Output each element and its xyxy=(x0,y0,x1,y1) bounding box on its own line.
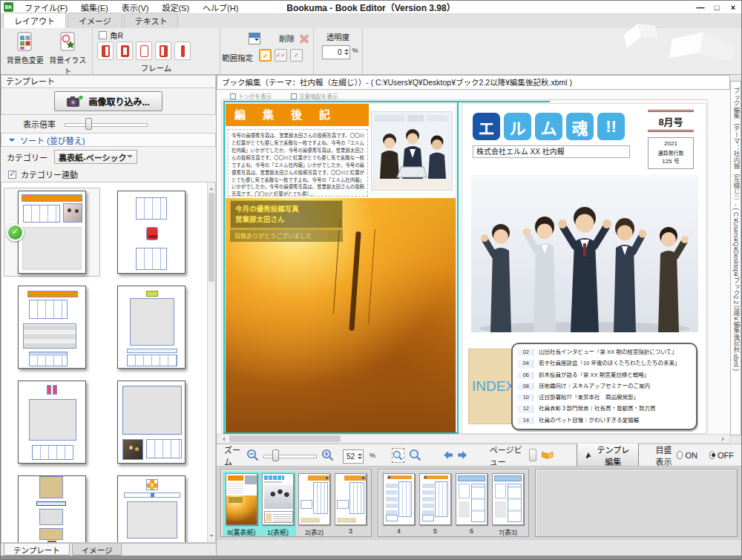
template-thumbnail[interactable] xyxy=(4,283,99,371)
ruler-label: 目盛表示 xyxy=(656,444,674,467)
range-mode-1-toggle[interactable]: ✓ xyxy=(259,49,272,62)
book-canvas[interactable]: トンボを表示注意喚起を表示 編 集 後 記 今号の最優秀写真は、営業部太田さんの… xyxy=(217,90,732,434)
menu-item[interactable]: ヘルプ(H) xyxy=(196,1,245,14)
bookuma-window: BK ファイル(F)編集(E)表示(V)設定(S)ヘルプ(H) Bookuma … xyxy=(0,0,742,560)
index-page-number: 10 xyxy=(517,394,533,401)
background-illust-button[interactable]: 背景イラスト xyxy=(47,31,88,74)
index-title: 注目部署紹介「東京本社 商品開発部」 xyxy=(539,395,639,401)
page-thumbnail[interactable]: 5 xyxy=(417,472,453,536)
page-thumbnail-label: 8(裏表紙) xyxy=(225,527,258,536)
scale-label: 表示倍率 xyxy=(23,118,56,130)
index-page-number: 04 xyxy=(517,360,533,367)
cover-title-tile: ル xyxy=(504,113,531,140)
import-image-label: 画像取り込み... xyxy=(88,95,149,108)
zoom-slider[interactable] xyxy=(263,449,317,461)
previous-page-icon[interactable] xyxy=(444,449,453,461)
close-button[interactable]: × xyxy=(725,3,741,12)
menu-item[interactable]: 設定(S) xyxy=(155,1,196,14)
corner-r-checkbox[interactable] xyxy=(99,31,107,39)
sidebar-bottom-tab[interactable]: テンプレート xyxy=(4,544,70,556)
zoom-fit-icon[interactable] xyxy=(409,449,421,461)
frame-style-3-button[interactable] xyxy=(136,42,152,60)
frame-style-2-button[interactable] xyxy=(116,42,133,60)
category-select[interactable]: 裏表紙-ベーシック xyxy=(54,150,137,164)
template-thumbnail[interactable] xyxy=(104,188,199,276)
frame-style-1-button[interactable] xyxy=(97,42,114,60)
range-mode-2-toggle[interactable]: ✓✓ xyxy=(275,49,287,62)
right-page-cover[interactable]: エルム魂!! 株式会社エルム XX 社内報 8月号 2021 通算発行数 125… xyxy=(462,103,706,434)
spread-view-icon[interactable] xyxy=(541,449,554,461)
sort-section-header[interactable]: ソート (並び替え) xyxy=(1,133,216,147)
zoom-region-button[interactable] xyxy=(392,448,404,463)
menu-item[interactable]: 編集(E) xyxy=(74,1,115,14)
page-thumbnail[interactable]: 4 xyxy=(381,472,417,536)
background-color-button[interactable]: 背景色変更 xyxy=(4,31,46,74)
page-thumbnail[interactable]: 6 xyxy=(453,472,490,536)
template-thumbnail[interactable] xyxy=(104,378,199,466)
zoom-in-icon[interactable] xyxy=(321,449,334,461)
page-thumbnail-label: 5 xyxy=(418,527,452,536)
index-row: 14社員のペット自慢｜かわいすぎる愛猫編 xyxy=(517,417,690,424)
page-thumbnail-label: 7(表3) xyxy=(491,527,525,536)
page-thumbnail[interactable]: 3 xyxy=(332,472,369,536)
document-title-bar: ブック編集（テーマ：社内報（左綴じ））- ( C:¥Users¥Q¥Deskto… xyxy=(217,75,730,90)
opacity-spinner[interactable]: 0 xyxy=(322,45,350,59)
window-bottom-edge xyxy=(1,556,741,559)
page-thumbnail[interactable]: 7(表3) xyxy=(490,472,526,536)
opacity-unit: % xyxy=(352,47,358,54)
template-list-scrollbar[interactable] xyxy=(207,182,215,542)
index-row: 06鈴木役員が語る「第 XX 期営業目標と戦略」 xyxy=(517,372,690,379)
single-page-view-icon[interactable] xyxy=(529,449,536,461)
canvas-horizontal-scrollbar[interactable] xyxy=(217,434,730,444)
camera-icon xyxy=(67,96,83,107)
page-thumbnail[interactable]: 1(表紙) xyxy=(260,472,296,536)
ribbon: レイアウトイメージテキスト 背景色変更 背景イラスト 角R xyxy=(1,14,741,75)
next-page-icon[interactable] xyxy=(458,449,467,461)
category-label: カテゴリー xyxy=(7,151,47,163)
template-thumbnail[interactable] xyxy=(4,378,99,466)
canvas-option-checkbox[interactable] xyxy=(230,93,236,99)
ruler-on-radio[interactable] xyxy=(677,451,682,459)
cover-title-tile: エ xyxy=(473,113,500,140)
frame-style-5-button[interactable] xyxy=(174,42,191,60)
minimize-button[interactable]: — xyxy=(692,3,709,12)
page-thumbnail[interactable]: 8(裏表紙) xyxy=(223,472,260,536)
index-page-number: 08 xyxy=(517,383,533,390)
template-thumbnail[interactable] xyxy=(4,473,99,543)
ribbon-tab[interactable]: レイアウト xyxy=(3,13,66,28)
ruler-off-radio[interactable] xyxy=(709,451,715,459)
sidebar-title: テンプレート xyxy=(1,75,216,88)
issue-box[interactable]: 8月号 2021 通算発行数 125 号 xyxy=(648,110,694,169)
menu-item[interactable]: 表示(V) xyxy=(115,1,156,14)
cover-team-photo[interactable] xyxy=(471,175,698,332)
ribbon-tab[interactable]: イメージ xyxy=(68,13,122,28)
maximize-button[interactable]: □ xyxy=(709,3,725,12)
menu-item[interactable]: ファイル(F) xyxy=(18,1,74,14)
cover-subtitle[interactable]: 株式会社エルム XX 社内報 xyxy=(473,145,630,158)
range-mode-3-toggle[interactable]: ✓ xyxy=(290,49,303,62)
cover-title[interactable]: エルム魂!! xyxy=(473,113,625,140)
category-link-checkbox[interactable] xyxy=(8,171,16,179)
cover-title-tile: 魂 xyxy=(566,113,594,140)
template-thumbnail[interactable] xyxy=(4,188,99,276)
scale-slider[interactable] xyxy=(65,118,148,130)
delete-icon[interactable] xyxy=(298,33,309,44)
template-thumbnail[interactable] xyxy=(104,473,199,543)
fill-color-swatch[interactable] xyxy=(249,33,260,45)
import-image-button[interactable]: 画像取り込み... xyxy=(54,91,162,111)
template-edit-label: テンプレ編集 xyxy=(596,444,630,467)
titlebar: BK ファイル(F)編集(E)表示(V)設定(S)ヘルプ(H) Bookuma … xyxy=(1,1,741,14)
canvas-option-checkbox[interactable] xyxy=(291,93,297,99)
document-side-tab[interactable]: ブック編集（テーマ：社内報（左綴じ））- ( C:¥Users¥Q¥Deskto… xyxy=(730,81,741,435)
ribbon-tab[interactable]: テキスト xyxy=(124,13,179,28)
zoom-value-spinner[interactable]: 52 xyxy=(343,449,364,464)
chevron-down-icon xyxy=(9,139,15,145)
index-list[interactable]: 02山田社長インタビュー「第 XX 期の経営指針について」04若手社員座談会「1… xyxy=(511,343,697,430)
sidebar-bottom-tab[interactable]: イメージ xyxy=(72,544,122,556)
page-thumbnail[interactable]: 2(表2) xyxy=(296,472,332,536)
edit-tool-icon xyxy=(585,451,591,460)
frame-style-4-button[interactable] xyxy=(155,42,171,60)
template-thumbnail[interactable] xyxy=(104,283,199,371)
zoom-out-icon[interactable] xyxy=(246,449,259,461)
selection-border xyxy=(223,101,459,434)
